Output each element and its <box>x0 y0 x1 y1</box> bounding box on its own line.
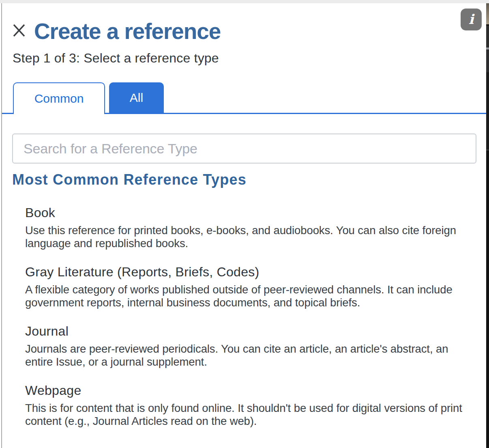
section-heading: Most Common Reference Types <box>12 170 247 189</box>
tab-all[interactable]: All <box>109 82 164 113</box>
reference-type-gray-literature[interactable]: Gray Literature (Reports, Briefs, Codes)… <box>25 265 475 309</box>
create-reference-modal: Create a reference i Step 1 of 3: Select… <box>2 3 486 448</box>
reference-type-description: Journals are peer-reviewed periodicals. … <box>25 342 475 368</box>
search-input[interactable] <box>12 134 476 164</box>
reference-type-title[interactable]: Gray Literature (Reports, Briefs, Codes) <box>25 265 475 279</box>
reference-type-title[interactable]: Book <box>25 205 475 220</box>
info-button[interactable]: i <box>461 9 482 30</box>
tab-common[interactable]: Common <box>13 82 105 114</box>
top-band <box>0 0 489 3</box>
info-icon: i <box>469 11 474 27</box>
backdrop-strip <box>486 3 489 448</box>
reference-type-title[interactable]: Webpage <box>25 383 475 398</box>
reference-type-book[interactable]: Book Use this reference for printed book… <box>25 205 475 250</box>
step-label: Step 1 of 3: Select a reference type <box>13 51 219 65</box>
tab-common-label: Common <box>34 92 84 106</box>
reference-type-journal[interactable]: Journal Journals are peer-reviewed perio… <box>25 324 475 368</box>
reference-type-description: This is for content that is only found o… <box>25 402 475 428</box>
reference-type-list: Book Use this reference for printed book… <box>25 205 475 442</box>
close-icon[interactable] <box>13 23 26 38</box>
reference-type-title[interactable]: Journal <box>25 324 475 338</box>
reference-type-description: A flexible category of works published o… <box>25 283 475 309</box>
page-title: Create a reference <box>34 19 221 44</box>
reference-type-webpage[interactable]: Webpage This is for content that is only… <box>25 383 475 428</box>
tab-all-label: All <box>130 91 143 105</box>
reference-type-description: Use this reference for printed books, e-… <box>25 224 475 250</box>
